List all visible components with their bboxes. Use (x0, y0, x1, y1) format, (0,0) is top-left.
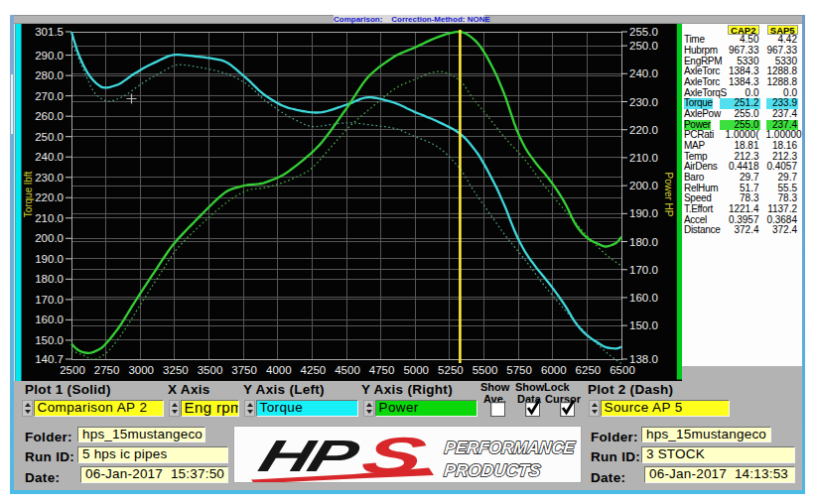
svg-text:200.0: 200.0 (629, 180, 658, 191)
svg-text:250.0: 250.0 (629, 40, 658, 52)
svg-text:5250: 5250 (438, 363, 464, 375)
svg-text:3750: 3750 (231, 363, 257, 375)
svg-text:240.0: 240.0 (35, 151, 64, 163)
svg-text:255.0: 255.0 (629, 26, 658, 38)
svg-text:4750: 4750 (368, 363, 394, 375)
svg-text:290.0: 290.0 (35, 49, 64, 61)
svg-text:4500: 4500 (335, 363, 360, 375)
svg-text:5500: 5500 (472, 363, 497, 375)
svg-text:6250: 6250 (575, 363, 601, 375)
svg-text:220.0: 220.0 (35, 191, 64, 203)
svg-text:HP: HP (253, 431, 365, 481)
svg-text:160.0: 160.0 (629, 291, 658, 303)
svg-text:190.0: 190.0 (35, 252, 64, 264)
svg-text:2500: 2500 (60, 363, 85, 375)
svg-text:180.0: 180.0 (35, 273, 64, 285)
svg-text:270.0: 270.0 (35, 89, 64, 101)
svg-text:5750: 5750 (506, 363, 532, 375)
svg-text:210.0: 210.0 (35, 211, 64, 223)
svg-text:180.0: 180.0 (629, 235, 658, 247)
svg-text:PRODUCTS: PRODUCTS (443, 460, 541, 480)
svg-text:4000: 4000 (266, 363, 292, 375)
svg-text:6500: 6500 (610, 363, 635, 375)
svg-text:260.0: 260.0 (35, 110, 64, 122)
svg-text:200.0: 200.0 (35, 232, 64, 244)
svg-text:5000: 5000 (403, 363, 429, 375)
svg-text:4250: 4250 (300, 363, 326, 375)
svg-text:Power HP: Power HP (662, 172, 673, 216)
svg-text:150.0: 150.0 (629, 319, 658, 331)
svg-text:230.0: 230.0 (629, 95, 658, 107)
svg-text:190.0: 190.0 (629, 207, 658, 219)
svg-text:3500: 3500 (197, 363, 222, 375)
svg-text:250.0: 250.0 (35, 130, 64, 142)
svg-text:3250: 3250 (163, 363, 189, 375)
svg-text:170.0: 170.0 (629, 263, 658, 275)
svg-text:210.0: 210.0 (629, 151, 658, 163)
svg-text:280.0: 280.0 (35, 69, 64, 81)
svg-text:6000: 6000 (541, 363, 567, 375)
svg-text:150.0: 150.0 (35, 333, 64, 345)
svg-text:240.0: 240.0 (629, 67, 658, 79)
svg-text:2750: 2750 (93, 363, 119, 375)
svg-text:Torque lbft: Torque lbft (22, 171, 33, 217)
svg-text:220.0: 220.0 (629, 123, 658, 135)
svg-text:230.0: 230.0 (35, 171, 64, 183)
svg-text:170.0: 170.0 (35, 293, 64, 305)
svg-text:160.0: 160.0 (35, 314, 64, 325)
svg-text:3000: 3000 (128, 363, 154, 375)
svg-text:301.5: 301.5 (35, 26, 64, 38)
svg-text:PERFORMANCE: PERFORMANCE (443, 438, 576, 457)
